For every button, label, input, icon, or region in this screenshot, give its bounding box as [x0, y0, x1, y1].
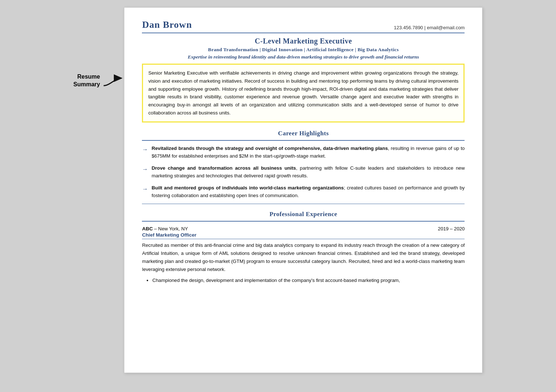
job-title: C-Level Marketing Executive: [142, 37, 465, 45]
annotation-arrow: [102, 74, 124, 88]
page-wrapper: ResumeSummary Dan Brown 123.456.7890 | e…: [74, 7, 483, 373]
highlight-arrow-2: →: [142, 165, 148, 174]
highlight-bold-2: Drove change and transformation across a…: [151, 165, 296, 171]
summary-text: Senior Marketing Executive with verifiab…: [148, 70, 458, 116]
career-highlights-header: Career Highlights: [142, 128, 465, 139]
highlight-arrow-3: →: [142, 184, 148, 194]
arrow-container: [102, 74, 124, 88]
expertise-line: Expertise in reinventing brand identity …: [142, 54, 465, 60]
summary-box: Senior Marketing Executive with verifiab…: [142, 64, 465, 122]
job-date: 2019 – 2020: [438, 226, 465, 231]
highlights-list: → Revitalized brands through the strateg…: [142, 144, 465, 200]
highlight-bold-3: Built and mentored groups of individuals…: [151, 185, 343, 191]
specialties-line: Brand Transformation | Digital Innovatio…: [142, 47, 465, 53]
professional-experience-title: Professional Experience: [142, 211, 465, 218]
title-block: C-Level Marketing Executive Brand Transf…: [142, 37, 465, 60]
highlight-bold-1: Revitalized brands through the strategy …: [151, 146, 388, 151]
contact-info: 123.456.7890 | email@email.com: [394, 25, 465, 30]
job-role-divider: [142, 239, 465, 239]
highlight-item-2: → Drove change and transformation across…: [142, 164, 465, 180]
job-company-line: ABC – New York, NY 2019 – 2020: [142, 225, 465, 232]
annotation-block: ResumeSummary: [74, 73, 124, 88]
company-suffix: – New York, NY: [153, 226, 188, 231]
resume-document: Dan Brown 123.456.7890 | email@email.com…: [124, 7, 482, 373]
job-company: ABC – New York, NY: [142, 225, 188, 232]
career-highlights-divider-bottom: [142, 204, 465, 204]
annotation-label: ResumeSummary: [74, 73, 100, 88]
job-role: Chief Marketing Officer: [142, 232, 465, 238]
career-highlights-title: Career Highlights: [142, 130, 465, 137]
job-description: Recruited as member of this anti-financi…: [142, 241, 465, 273]
header-section: Dan Brown 123.456.7890 | email@email.com: [142, 19, 465, 33]
highlight-text-3: Built and mentored groups of individuals…: [151, 184, 465, 199]
highlight-item-3: → Built and mentored groups of individua…: [142, 184, 465, 199]
job-bullets: Championed the design, development and i…: [142, 276, 465, 284]
highlight-text-2: Drove change and transformation across a…: [151, 164, 465, 180]
highlight-text-1: Revitalized brands through the strategy …: [151, 144, 465, 160]
job-bullet-1: Championed the design, development and i…: [152, 276, 465, 284]
highlight-item-1: → Revitalized brands through the strateg…: [142, 144, 465, 160]
professional-experience-divider: [142, 221, 465, 222]
career-highlights-divider-top: [142, 140, 465, 141]
company-name: ABC: [142, 226, 153, 231]
highlight-arrow-1: →: [142, 145, 148, 154]
professional-experience-header: Professional Experience: [142, 209, 465, 219]
candidate-name: Dan Brown: [142, 19, 192, 30]
